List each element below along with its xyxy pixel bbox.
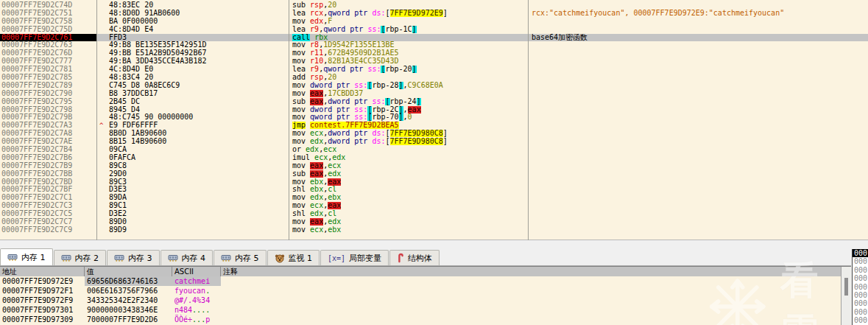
tab-内存-1[interactable]: 内存 1 bbox=[0, 248, 53, 265]
disasm-address: 00007FF7E9D2C7C3 bbox=[0, 202, 96, 210]
disasm-row[interactable]: 00007FF7E9D2C790B8 37DDCB17mov eax,17CBD… bbox=[0, 90, 868, 98]
disasm-row[interactable]: 00007FF7E9D2C761FFD3call rbxbase64加密函数 bbox=[0, 34, 868, 42]
tab-内存-5[interactable]: 内存 5 bbox=[214, 250, 267, 265]
disasm-row[interactable]: 00007FF7E9D2C7BB29D0sub eax,edx bbox=[0, 170, 868, 178]
disasm-row[interactable]: 00007FF7E9D2C75D4C:8D4D E4lea r9,qword p… bbox=[0, 26, 868, 34]
disasm-row[interactable]: 00007FF7E9D2C7A88B0D 1AB90600mov ecx,dwo… bbox=[0, 130, 868, 138]
memory-scrollbar-thumb[interactable] bbox=[844, 278, 848, 296]
disasm-row[interactable]: 00007FF7E9D2C7B409CAor edx,ecx bbox=[0, 146, 868, 154]
disasm-row[interactable]: 00007FF7E9D2C758BA 0F000000mov edx,F bbox=[0, 18, 868, 26]
side-pane-row[interactable]: 000 bbox=[853, 308, 868, 316]
disasm-row[interactable]: 00007FF7E9D2C7B60FAFCAimul ecx,edx bbox=[0, 154, 868, 162]
disasm-comment bbox=[528, 74, 868, 82]
disasm-address: 00007FF7E9D2C763 bbox=[0, 41, 96, 49]
memory-row[interactable]: 00007FF7E9D972F9343325342E2F2340@#/.4%34 bbox=[0, 296, 851, 305]
memory-dump-pane[interactable]: 地址值ASCII注释 00007FF7E9D972E969656D6863746… bbox=[0, 266, 851, 325]
disasm-address: 00007FF7E9D2C7B6 bbox=[0, 154, 96, 162]
disasm-comment bbox=[528, 146, 868, 154]
pane-splitter[interactable] bbox=[0, 240, 868, 248]
instr-token: ecx bbox=[323, 146, 336, 153]
instr-token: or bbox=[292, 146, 306, 153]
disasm-row[interactable]: 00007FF7E9D2C7C189DAmov edx,ebx bbox=[0, 194, 868, 202]
side-pane-row[interactable]: 000 bbox=[853, 266, 868, 274]
disasm-row[interactable]: 00007FF7E9D2C75148:8D0D 91AB0600lea rcx,… bbox=[0, 10, 868, 18]
instr-token: eax bbox=[310, 170, 323, 178]
instr-token: mov bbox=[292, 226, 310, 234]
memory-value: 900000003438346E bbox=[85, 305, 172, 315]
side-pane-row[interactable]: 000 bbox=[853, 283, 868, 291]
disasm-row[interactable]: 00007FF7E9D2C7A3^E9 FDF6FFFFjmp contest.… bbox=[0, 122, 868, 130]
memory-comment bbox=[221, 286, 851, 296]
tab-局部变量[interactable]: [x=]局部变量 bbox=[320, 250, 389, 265]
disasm-row[interactable]: 00007FF7E9D2C76D49:BB E51A2B9D50492B67mo… bbox=[0, 49, 868, 57]
disasm-row[interactable]: 00007FF7E9D2C7B989C8mov eax,ecx bbox=[0, 162, 868, 170]
disasm-row[interactable]: 00007FF7E9D2C78548:83C4 20add rsp,20 bbox=[0, 74, 868, 82]
disasm-bytes: 89DA bbox=[96, 194, 289, 202]
disasm-address: 00007FF7E9D2C777 bbox=[0, 57, 96, 66]
disassembly-pane[interactable]: 00007FF7E9D2C74D48:83EC 20sub rsp,200000… bbox=[0, 0, 868, 240]
instr-token: edx bbox=[328, 218, 341, 226]
disasm-bytes: D3E2 bbox=[96, 210, 289, 218]
instr-token: contest.7FF7E9D2BEA5 bbox=[310, 122, 398, 129]
tab-监视-1[interactable]: 监视 1 bbox=[267, 250, 320, 265]
disasm-bytes-text: FFD3 bbox=[109, 34, 127, 41]
side-pane-row[interactable]: 000 bbox=[853, 274, 868, 282]
disasm-row[interactable]: 00007FF7E9D2C7BFD3E3shl ebx,cl bbox=[0, 186, 868, 194]
tab-label: 内存 1 bbox=[21, 252, 46, 263]
side-pane-row[interactable]: 000 bbox=[853, 316, 868, 324]
disasm-comment bbox=[528, 90, 868, 98]
disasm-row[interactable]: 00007FF7E9D2C7C5D3E2shl edx,cl bbox=[0, 210, 868, 218]
disasm-row[interactable]: 00007FF7E9D2C7C789D0mov eax,edx bbox=[0, 218, 868, 226]
disasm-instruction: call rbx bbox=[289, 34, 528, 42]
tab-结构体[interactable]: 结构体 bbox=[389, 250, 440, 265]
disasm-row[interactable]: 00007FF7E9D2C7BD89C3mov ebx,eax bbox=[0, 178, 868, 186]
disasm-row[interactable]: 00007FF7E9D2C7C389C1mov ecx,eax bbox=[0, 202, 868, 210]
disasm-row[interactable]: 00007FF7E9D2C789C745 D8 0A8EC6C9mov dwor… bbox=[0, 82, 868, 90]
disasm-instruction: imul ecx,edx bbox=[289, 154, 528, 162]
instr-token: edx bbox=[310, 194, 323, 201]
tab-内存-4[interactable]: 内存 4 bbox=[160, 250, 214, 265]
tab-内存-2[interactable]: 内存 2 bbox=[54, 250, 107, 265]
disasm-row[interactable]: 00007FF7E9D2C7AE8B15 14B90600mov edx,dwo… bbox=[0, 138, 868, 146]
column-separator-bytes-instruction[interactable] bbox=[289, 0, 289, 240]
disasm-row[interactable]: 00007FF7E9D2C7814C:8D4D E0lea r9,qword p… bbox=[0, 66, 868, 74]
instr-token: ss: bbox=[367, 26, 381, 33]
side-pane-sliver[interactable]: 000000000000000000000000000 bbox=[852, 249, 868, 325]
column-separator-instruction-comment[interactable] bbox=[528, 0, 529, 240]
disasm-comment bbox=[528, 170, 868, 178]
memory-icon bbox=[221, 254, 231, 262]
disasm-address: 00007FF7E9D2C7A3 bbox=[0, 122, 96, 130]
disasm-row[interactable]: 00007FF7E9D2C76349:B8 BE135E35F142951Dmo… bbox=[0, 41, 868, 49]
instr-token: mov bbox=[292, 162, 310, 170]
side-pane-row[interactable]: 000 bbox=[853, 257, 868, 265]
instr-token: mov bbox=[292, 178, 310, 186]
side-pane-row[interactable]: 000 bbox=[853, 249, 868, 257]
column-separator-address-bytes[interactable] bbox=[96, 0, 97, 240]
memory-row[interactable]: 00007FF7E9D97301900000003438346En484.... bbox=[0, 305, 851, 315]
disasm-bytes-text: 89C3 bbox=[109, 178, 127, 186]
disasm-bytes-text: 49:B8 BE135E35F142951D bbox=[109, 41, 206, 49]
disasm-row[interactable]: 00007FF7E9D2C7C989D9mov ecx,ebx bbox=[0, 226, 868, 234]
disasm-row[interactable]: 00007FF7E9D2C7952B45 DCsub eax,dword ptr… bbox=[0, 98, 868, 106]
memory-row[interactable]: 00007FF7E9D972F1006E6163756F7966fyoucan. bbox=[0, 286, 851, 296]
instr-token: [ bbox=[385, 138, 389, 145]
disasm-row[interactable]: 00007FF7E9D2C74D48:83EC 20sub rsp,20 bbox=[0, 1, 868, 10]
disasm-bytes: ^E9 FDF6FFFF bbox=[96, 122, 289, 130]
disasm-row[interactable]: 00007FF7E9D2C7988945 D4mov dword ptr ss:… bbox=[0, 106, 868, 114]
instr-token: dword ptr bbox=[328, 130, 372, 137]
memory-address: 00007FF7E9D97301 bbox=[0, 305, 85, 315]
memory-row[interactable]: 00007FF7E9D973097000007FF7E9D2D6ÖÒé÷...p bbox=[0, 315, 851, 324]
instr-token: dword ptr bbox=[328, 98, 372, 105]
memory-row[interactable]: 00007FF7E9D972E969656D6863746163catchmei bbox=[0, 276, 851, 286]
instr-token: rbp-24 bbox=[390, 98, 417, 105]
side-pane-row[interactable]: 000 bbox=[853, 299, 868, 307]
instr-token: cl bbox=[328, 186, 336, 193]
disasm-row[interactable]: 00007FF7E9D2C79B48:C745 90 00000000mov q… bbox=[0, 113, 868, 122]
disasm-instruction: mov qword ptr ss:[rbp-70],0 bbox=[289, 113, 528, 122]
disasm-row[interactable]: 00007FF7E9D2C77749:BA 3DD435CCE4A3B182mo… bbox=[0, 57, 868, 66]
instr-token: qword ptr bbox=[328, 10, 372, 17]
tab-内存-3[interactable]: 内存 3 bbox=[107, 250, 160, 265]
side-pane-row[interactable]: 000 bbox=[853, 291, 868, 299]
memory-scrollbar[interactable] bbox=[841, 267, 851, 325]
instr-token: qword ptr bbox=[323, 26, 367, 33]
